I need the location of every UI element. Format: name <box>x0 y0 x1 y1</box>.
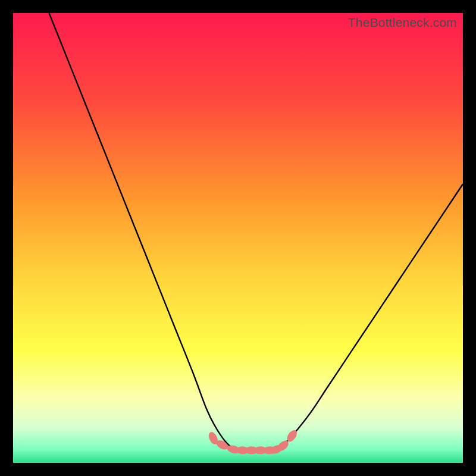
curve-path <box>49 13 463 452</box>
bottleneck-curve <box>13 13 463 463</box>
chart-plot-area: TheBottleneck.com <box>13 13 463 463</box>
chart-frame: TheBottleneck.com <box>0 0 476 476</box>
